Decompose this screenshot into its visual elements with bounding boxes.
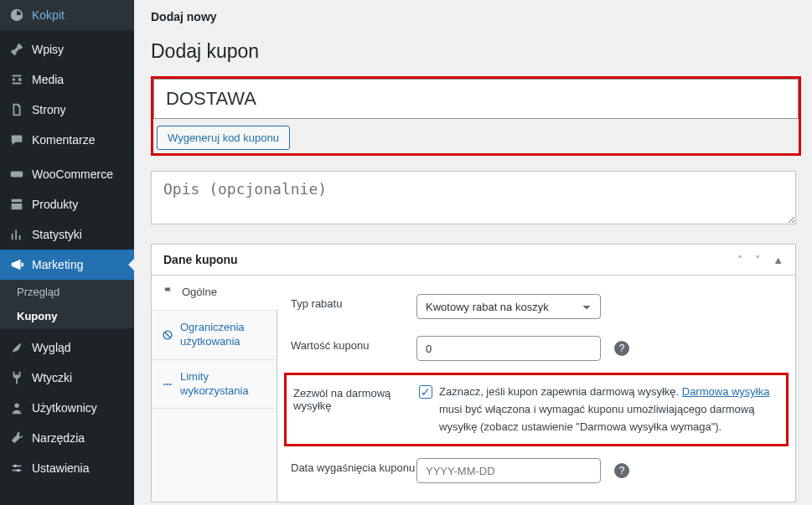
help-icon[interactable]: ?: [614, 341, 629, 356]
sidebar-item-label: Produkty: [32, 198, 78, 211]
sidebar-item-appearance[interactable]: Wygląd: [0, 332, 134, 363]
sidebar-item-label: Kokpit: [32, 8, 65, 22]
pin-icon: [8, 41, 25, 58]
coupon-data-panel: Dane kuponu ˄ ˅ ▲ Ogólne Ograniczenia uż…: [151, 244, 796, 502]
field-label: Zezwól na darmową wysyłkę: [293, 384, 419, 412]
pages-icon: [8, 101, 25, 118]
svg-point-2: [14, 404, 18, 408]
text: musi być włączona i wymagać kuponu umożl…: [439, 403, 754, 433]
sidebar-item-dashboard[interactable]: Kokpit: [0, 0, 134, 30]
text: Zaznacz, jeśli kupon zapewnia darmową wy…: [439, 385, 682, 398]
sidebar-item-label: Statystyki: [32, 228, 82, 241]
sidebar-item-label: Narzędzia: [32, 431, 85, 445]
users-icon: [8, 399, 25, 416]
sidebar-item-label: Media: [32, 73, 64, 86]
svg-point-4: [17, 469, 20, 472]
sidebar-item-products[interactable]: Produkty: [0, 189, 134, 219]
sidebar-item-label: Wygląd: [32, 341, 71, 354]
discount-type-select[interactable]: Kwotowy rabat na koszyk: [416, 294, 601, 319]
description-textarea[interactable]: [151, 171, 796, 224]
svg-point-0: [13, 78, 16, 81]
sidebar-item-label: Marketing: [32, 258, 83, 271]
sidebar-item-users[interactable]: Użytkownicy: [0, 393, 134, 423]
plugins-icon: [8, 369, 25, 386]
field-label: Wartość kuponu: [291, 336, 416, 352]
sidebar-item-statistics[interactable]: Statystyki: [0, 219, 134, 250]
panel-down-icon[interactable]: ˅: [755, 254, 761, 266]
panel-toggle-icon[interactable]: ▲: [773, 254, 784, 266]
sidebar-item-label: Wpisy: [32, 43, 64, 56]
sidebar-sub-coupons[interactable]: Kupony: [0, 304, 134, 328]
free-shipping-checkbox[interactable]: ✓: [419, 385, 432, 399]
panel-header: Dane kuponu ˄ ˅ ▲: [152, 245, 795, 276]
panel-fields: Typ rabatu Kwotowy rabat na koszyk Warto…: [277, 276, 795, 502]
help-icon[interactable]: ?: [614, 463, 629, 478]
sidebar-item-tools[interactable]: Narzędzia: [0, 423, 134, 453]
free-shipping-description: Zaznacz, jeśli kupon zapewnia darmową wy…: [439, 384, 779, 435]
sidebar-item-label: Strony: [32, 103, 65, 116]
sidebar-item-label: Użytkownicy: [32, 401, 97, 415]
tab-label: Ogólne: [182, 286, 217, 300]
appearance-icon: [8, 339, 25, 356]
panel-up-icon[interactable]: ˄: [737, 254, 743, 266]
tab-usage-restriction[interactable]: Ograniczenia użytkowania: [152, 311, 277, 360]
field-expiry-date: Data wygaśnięcia kuponu ?: [291, 450, 782, 492]
svg-point-3: [13, 465, 17, 468]
settings-icon: [8, 460, 25, 477]
main-content: Dodaj nowy Dodaj kupon Wygeneruj kod kup…: [134, 0, 812, 505]
panel-title: Dane kuponu: [163, 253, 238, 266]
flag-icon: [162, 286, 175, 299]
sidebar-item-label: Ustawienia: [32, 461, 89, 475]
svg-rect-1: [11, 171, 23, 177]
sidebar-item-label: Wtyczki: [32, 371, 72, 384]
admin-sidebar: Kokpit Wpisy Media Strony Komentarze Woo…: [0, 0, 134, 505]
coupon-code-highlight: Wygeneruj kod kuponu: [151, 76, 801, 156]
tab-label: Limity wykorzystania: [180, 370, 266, 399]
field-free-shipping: Zezwól na darmową wysyłkę ✓ Zaznacz, jeś…: [284, 373, 789, 446]
limits-icon: [162, 378, 173, 391]
sidebar-sub-overview[interactable]: Przegląd: [0, 280, 134, 304]
restriction-icon: [162, 328, 173, 342]
panel-tabs: Ogólne Ograniczenia użytkowania Limity w…: [152, 276, 277, 502]
field-label: Data wygaśnięcia kuponu: [291, 458, 416, 474]
comment-icon: [8, 131, 25, 148]
coupon-amount-input[interactable]: [416, 336, 601, 361]
coupon-code-input[interactable]: [153, 79, 799, 119]
marketing-icon: [8, 256, 25, 273]
field-label: Typ rabatu: [291, 294, 416, 310]
tab-usage-limits[interactable]: Limity wykorzystania: [152, 360, 277, 410]
stats-icon: [8, 226, 25, 243]
sidebar-item-pages[interactable]: Strony: [0, 95, 134, 125]
tab-general[interactable]: Ogólne: [152, 276, 277, 311]
woo-icon: [8, 166, 25, 183]
media-icon: [8, 71, 25, 88]
field-discount-type: Typ rabatu Kwotowy rabat na koszyk: [291, 286, 782, 327]
sidebar-item-label: WooCommerce: [32, 167, 113, 181]
field-coupon-amount: Wartość kuponu ?: [291, 327, 782, 369]
breadcrumb: Dodaj nowy: [134, 0, 812, 33]
expiry-date-input[interactable]: [416, 458, 601, 483]
products-icon: [8, 196, 25, 213]
sidebar-item-marketing[interactable]: Marketing: [0, 250, 134, 280]
sidebar-item-comments[interactable]: Komentarze: [0, 125, 134, 155]
sidebar-submenu: Przegląd Kupony: [0, 280, 134, 328]
sidebar-item-label: Komentarze: [32, 133, 95, 147]
tools-icon: [8, 430, 25, 446]
sidebar-item-settings[interactable]: Ustawienia: [0, 453, 134, 483]
page-title: Dodaj kupon: [151, 40, 795, 63]
tab-label: Ograniczenia użytkowania: [180, 321, 266, 349]
sidebar-item-media[interactable]: Media: [0, 64, 134, 95]
free-shipping-link[interactable]: Darmowa wysyłka: [682, 385, 770, 398]
sidebar-item-posts[interactable]: Wpisy: [0, 34, 134, 64]
sidebar-item-woocommerce[interactable]: WooCommerce: [0, 159, 134, 189]
sidebar-item-plugins[interactable]: Wtyczki: [0, 363, 134, 393]
generate-code-button[interactable]: Wygeneruj kod kuponu: [157, 126, 290, 150]
dashboard-icon: [8, 7, 25, 23]
